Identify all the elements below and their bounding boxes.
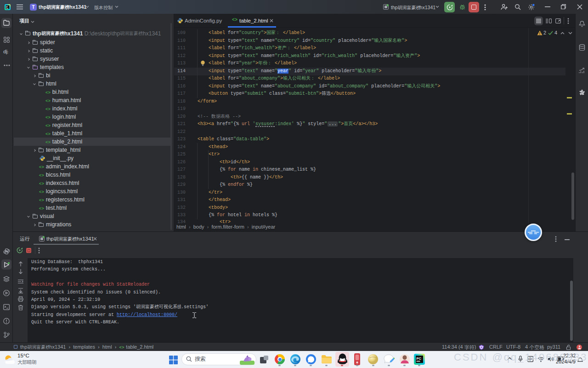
svg-text:P: P: [6, 6, 8, 8]
svg-text:PC: PC: [417, 356, 422, 361]
